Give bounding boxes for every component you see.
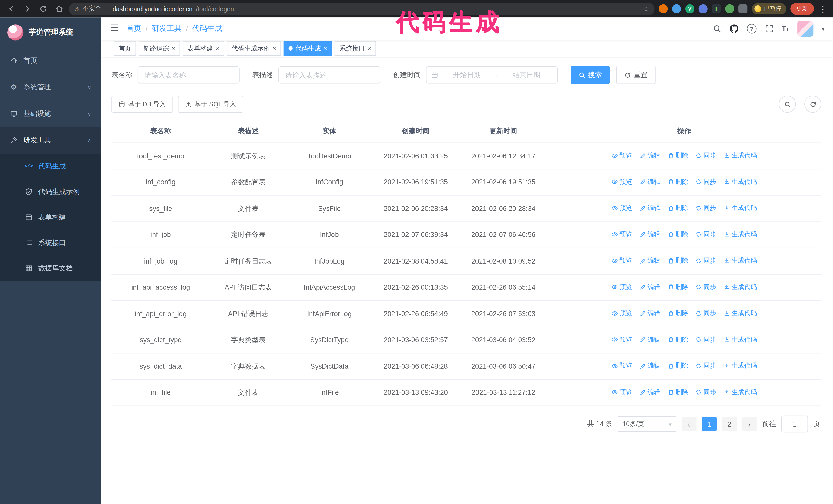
- sync-link[interactable]: 同步: [695, 255, 716, 266]
- generate-code-link[interactable]: 生成代码: [723, 229, 757, 240]
- sync-link[interactable]: 同步: [695, 150, 716, 161]
- search-button[interactable]: 搜索: [571, 66, 610, 84]
- date-range-picker[interactable]: 开始日期 - 结束日期: [426, 66, 558, 83]
- tab-codegen[interactable]: 代码生成×: [284, 41, 332, 56]
- goto-page-input[interactable]: [782, 415, 808, 432]
- table-row[interactable]: inf_file 文件表 InfFile 2021-03-13 09:43:20…: [112, 379, 821, 406]
- edit-link[interactable]: 编辑: [640, 255, 660, 266]
- page-button-2[interactable]: 2: [722, 416, 737, 431]
- delete-link[interactable]: 删除: [667, 308, 688, 319]
- sidebar-item-infra[interactable]: 基础设施 ∨: [0, 100, 101, 127]
- address-bar[interactable]: ⚠ 不安全 dashboard.yudao.iocoder.cn/tool/co…: [69, 2, 654, 15]
- table-row[interactable]: inf_api_error_log API 错误日志 InfApiErrorLo…: [112, 301, 821, 327]
- sync-link[interactable]: 同步: [695, 308, 716, 319]
- reload-icon[interactable]: [37, 3, 49, 15]
- avatar[interactable]: [798, 21, 813, 37]
- generate-code-link[interactable]: 生成代码: [723, 255, 757, 266]
- table-row[interactable]: sys_dict_type 字典类型表 SysDictType 2021-03-…: [112, 327, 821, 353]
- edit-link[interactable]: 编辑: [640, 229, 660, 240]
- delete-link[interactable]: 删除: [667, 229, 688, 240]
- tab-form-builder[interactable]: 表单构建×: [183, 41, 224, 56]
- page-button-1[interactable]: 1: [702, 416, 717, 431]
- edit-link[interactable]: 编辑: [640, 387, 660, 398]
- sidebar-item-form-builder[interactable]: 表单构建: [0, 205, 101, 230]
- browser-extension-icon[interactable]: [725, 4, 734, 13]
- table-row[interactable]: tool_test_demo 测试示例表 ToolTestDemo 2021-0…: [112, 143, 821, 169]
- breadcrumb-item[interactable]: 首页: [126, 24, 141, 33]
- preview-link[interactable]: 预览: [612, 334, 632, 345]
- sync-link[interactable]: 同步: [695, 202, 716, 214]
- browser-extension-icon[interactable]: [659, 4, 668, 13]
- paused-badge[interactable]: 已暂停: [752, 3, 786, 14]
- generate-code-link[interactable]: 生成代码: [723, 334, 757, 345]
- edit-link[interactable]: 编辑: [640, 308, 660, 319]
- table-desc-input[interactable]: [278, 66, 380, 83]
- delete-link[interactable]: 删除: [667, 360, 688, 371]
- edit-link[interactable]: 编辑: [640, 360, 660, 371]
- security-label[interactable]: 不安全: [82, 4, 101, 13]
- sync-link[interactable]: 同步: [695, 281, 716, 292]
- breadcrumb-item[interactable]: 研发工具: [152, 24, 182, 33]
- prev-page-button[interactable]: ‹: [682, 416, 696, 431]
- caret-down-icon[interactable]: ▾: [822, 26, 824, 32]
- generate-code-link[interactable]: 生成代码: [723, 387, 757, 398]
- edit-link[interactable]: 编辑: [640, 202, 660, 214]
- generate-code-link[interactable]: 生成代码: [723, 360, 757, 371]
- edit-link[interactable]: 编辑: [640, 150, 660, 161]
- browser-extension-icon[interactable]: [672, 4, 681, 13]
- delete-link[interactable]: 删除: [667, 176, 688, 187]
- delete-link[interactable]: 删除: [667, 281, 688, 292]
- sidebar-item-system-api[interactable]: 系统接口: [0, 230, 101, 255]
- sync-link[interactable]: 同步: [695, 229, 716, 240]
- sidebar-item-home[interactable]: 首页: [0, 47, 101, 74]
- import-sql-button[interactable]: 基于 SQL 导入: [178, 96, 243, 113]
- table-row[interactable]: inf_job 定时任务表 InfJob 2021-02-07 06:39:34…: [112, 221, 821, 248]
- extensions-puzzle-icon[interactable]: [738, 4, 747, 13]
- generate-code-link[interactable]: 生成代码: [723, 308, 757, 319]
- tab-system-api[interactable]: 系统接口×: [335, 41, 376, 56]
- github-icon[interactable]: [730, 24, 738, 33]
- preview-link[interactable]: 预览: [612, 281, 632, 292]
- preview-link[interactable]: 预览: [612, 202, 632, 214]
- edit-link[interactable]: 编辑: [640, 334, 660, 345]
- next-page-button[interactable]: ›: [742, 416, 757, 431]
- tab-home[interactable]: 首页: [114, 41, 136, 56]
- refresh-table-button[interactable]: [804, 96, 821, 113]
- toggle-search-button[interactable]: [779, 96, 796, 113]
- sidebar-item-db-docs[interactable]: 数据库文档: [0, 256, 101, 281]
- generate-code-link[interactable]: 生成代码: [723, 176, 757, 187]
- close-icon[interactable]: ×: [324, 45, 327, 51]
- home-icon[interactable]: [53, 3, 65, 15]
- preview-link[interactable]: 预览: [612, 176, 632, 187]
- close-icon[interactable]: ×: [171, 45, 175, 51]
- preview-link[interactable]: 预览: [612, 308, 632, 319]
- reset-button[interactable]: 重置: [616, 66, 656, 84]
- forward-icon[interactable]: [21, 3, 33, 15]
- generate-code-link[interactable]: 生成代码: [723, 202, 757, 214]
- tab-codegen-example[interactable]: 代码生成示例×: [227, 41, 281, 56]
- table-row[interactable]: inf_job_log 定时任务日志表 InfJobLog 2021-02-08…: [112, 248, 821, 274]
- search-icon[interactable]: [713, 24, 721, 33]
- browser-extension-icon[interactable]: [699, 4, 708, 13]
- preview-link[interactable]: 预览: [612, 229, 632, 240]
- preview-link[interactable]: 预览: [612, 387, 632, 398]
- browser-extension-icon[interactable]: V: [685, 4, 694, 13]
- preview-link[interactable]: 预览: [612, 150, 632, 161]
- back-icon[interactable]: [5, 3, 17, 15]
- edit-link[interactable]: 编辑: [640, 176, 660, 187]
- generate-code-link[interactable]: 生成代码: [723, 150, 757, 161]
- table-row[interactable]: sys_dict_data 字典数据表 SysDictData 2021-03-…: [112, 353, 821, 379]
- fullscreen-icon[interactable]: [765, 24, 773, 33]
- sidebar-item-system[interactable]: ⚙ 系统管理 ∨: [0, 74, 101, 100]
- browser-menu-icon[interactable]: ⋮: [818, 5, 828, 13]
- table-row[interactable]: inf_config 参数配置表 InfConfig 2021-02-06 19…: [112, 169, 821, 195]
- sync-link[interactable]: 同步: [695, 360, 716, 371]
- delete-link[interactable]: 删除: [667, 150, 688, 161]
- app-logo[interactable]: 芋道管理系统: [0, 18, 101, 47]
- preview-link[interactable]: 预览: [612, 255, 632, 266]
- bookmark-star-icon[interactable]: ☆: [643, 5, 649, 13]
- sync-link[interactable]: 同步: [695, 176, 716, 187]
- tab-tracing[interactable]: 链路追踪×: [139, 41, 180, 56]
- close-icon[interactable]: ×: [367, 45, 372, 51]
- table-row[interactable]: inf_api_access_log API 访问日志表 InfApiAcces…: [112, 274, 821, 301]
